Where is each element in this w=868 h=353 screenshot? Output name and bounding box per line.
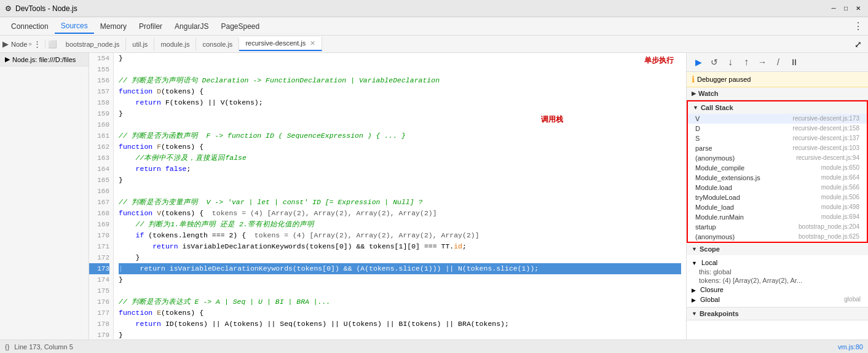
main-area: ▶ Node » ⋮ ⬜ bootstrap_node.js util.js m… — [0, 36, 868, 353]
code-line-164: return false; — [119, 164, 681, 175]
tab-bootstrap[interactable]: bootstrap_node.js — [60, 38, 126, 50]
minimize-button[interactable]: ─ — [829, 4, 838, 14]
status-icon: ℹ — [692, 74, 695, 84]
code-lines-area: } // 判断是否为声明语句 Declaration -> FunctionDe… — [114, 53, 686, 339]
code-line-156: // 判断是否为声明语句 Declaration -> FunctionDecl… — [119, 75, 681, 86]
call-item-1[interactable]: D recursive-descent.js:158 — [688, 124, 867, 133]
breakpoints-section: ▼ Breakpoints — [687, 307, 868, 320]
maximize-button[interactable]: □ — [841, 4, 851, 14]
scope-tokens-value: tokens: (4) [Array(2), Array(2), Ar... — [687, 276, 868, 285]
call-stack-header[interactable]: ▼ Call Stack — [688, 101, 867, 114]
tab-module[interactable]: module.js — [154, 38, 196, 50]
more-menu-button[interactable]: ⋮ — [853, 20, 863, 32]
menu-profiler[interactable]: Profiler — [133, 20, 168, 33]
status-position: Line 173, Column 5 — [14, 343, 73, 351]
call-item-3[interactable]: parse recursive-descent.js:103 — [688, 143, 867, 153]
pause-on-exception-button[interactable]: ⏸ — [787, 55, 801, 69]
code-line-170: if (tokens.length === 2) { tokens = (4) … — [119, 230, 681, 241]
call-item-10[interactable]: Module.runMain module.js:694 — [688, 212, 867, 222]
menu-memory[interactable]: Memory — [94, 20, 133, 33]
scope-global-group[interactable]: ▶ Global global — [687, 295, 868, 304]
debugger-scroll-area[interactable]: ▶ Watch ▼ Call Stack V recursive-descent… — [687, 87, 868, 339]
call-stack-section: ▼ Call Stack V recursive-descent.js:173 … — [687, 100, 868, 243]
tab-recursive[interactable]: recursive-descent.js ✕ — [239, 37, 322, 51]
menu-sources[interactable]: Sources — [55, 19, 94, 34]
scope-local-group[interactable]: ▼ Local — [687, 258, 868, 268]
watch-header[interactable]: ▶ Watch — [687, 87, 868, 100]
code-line-171: return isVariableDeclarationKeywords(tok… — [119, 241, 681, 252]
scope-label: Scope — [700, 245, 720, 253]
step-into-button[interactable]: ↓ — [724, 55, 737, 69]
tab-close-button[interactable]: ✕ — [310, 39, 315, 47]
file-tree-header: ▶ Node.js: file:///D:/files — [0, 53, 89, 66]
scope-local-label: Local — [701, 259, 717, 266]
format-icon[interactable]: {} — [5, 343, 9, 351]
status-bar: {} Line 173, Column 5 vm.js:80 — [0, 339, 868, 353]
expand-node-icon[interactable]: ▶ — [2, 39, 9, 49]
scope-global-value: global — [844, 296, 861, 303]
code-line-179: } — [119, 330, 681, 339]
scope-list: ▼ Local this: global tokens: (4) [Array(… — [687, 255, 868, 307]
code-line-176: // 判断是否为表达式 E -> A | Seq | U | BI | BRA … — [119, 296, 681, 307]
menu-angularjs[interactable]: AngularJS — [168, 20, 215, 33]
code-line-167: // 判断是否为变量声明 V -> 'var | let | const' ID… — [119, 197, 681, 208]
call-stack-list: V recursive-descent.js:173 D recursive-d… — [688, 114, 867, 242]
watch-label: Watch — [698, 90, 719, 97]
scope-global-arrow: ▶ — [692, 297, 696, 303]
step-button[interactable]: → — [756, 55, 769, 69]
code-line-162: function F(tokens) { — [119, 141, 681, 153]
call-item-11[interactable]: startup bootstrap_node.js:204 — [688, 222, 867, 232]
file-tree-icon: ▶ — [5, 55, 10, 63]
code-line-175 — [119, 285, 681, 296]
code-line-158: return F(tokens) || V(tokens); — [119, 97, 681, 108]
tab-console[interactable]: console.js — [196, 38, 239, 50]
scope-this-value: this: global — [687, 268, 868, 276]
code-line-174: } — [119, 274, 681, 285]
close-button[interactable]: ✕ — [853, 4, 863, 14]
node-section: ▶ Node » ⋮ — [2, 39, 45, 49]
call-item-5[interactable]: Module_compile module.js:650 — [688, 163, 867, 173]
menu-pagespeed[interactable]: PageSpeed — [215, 20, 266, 33]
call-item-4[interactable]: (anonymous) recursive-descent.js:94 — [688, 153, 867, 163]
tab-expand-button[interactable]: ⤢ — [851, 39, 866, 49]
file-tree-panel: ▶ Node.js: file:///D:/files — [0, 53, 89, 339]
code-line-168: function V(tokens) { tokens = (4) [Array… — [119, 208, 681, 219]
vm-link[interactable]: vm.js:80 — [838, 343, 863, 351]
tab-util[interactable]: util.js — [126, 38, 154, 50]
code-line-157: function D(tokens) { — [119, 86, 681, 97]
menu-connection[interactable]: Connection — [5, 20, 55, 33]
scope-local-arrow: ▼ — [692, 260, 697, 266]
tab-bar: ▶ Node » ⋮ ⬜ bootstrap_node.js util.js m… — [0, 36, 868, 53]
deactivate-button[interactable]: / — [771, 55, 785, 69]
call-item-2[interactable]: S recursive-descent.js:137 — [688, 133, 867, 143]
step-out-button[interactable]: ↑ — [740, 55, 753, 69]
scope-closure-group[interactable]: ▶ Closure — [687, 285, 868, 295]
call-item-6[interactable]: Module_extensions.js module.js:664 — [688, 173, 867, 183]
watch-arrow: ▶ — [692, 90, 696, 97]
debugger-panel: 单步执行 ▶ ↺ ↓ ↑ → / ⏸ ℹ Debugger paused — [686, 53, 868, 339]
resume-button[interactable]: ▶ — [692, 55, 705, 69]
node-kebab-icon[interactable]: ⋮ — [33, 39, 41, 49]
window-title: DevTools - Node.js — [15, 4, 77, 13]
code-line-154: } — [119, 53, 681, 64]
code-line-159: } — [119, 108, 681, 119]
debugger-status: ℹ Debugger paused — [687, 72, 868, 87]
node-more-icon[interactable]: » — [28, 41, 32, 47]
code-content: 154 155 156 157 158 159 160 161 162 163 … — [89, 53, 686, 339]
node-tab[interactable]: Node — [11, 41, 27, 48]
scope-closure-label: Closure — [700, 286, 724, 293]
call-item-7[interactable]: Module.load module.js:566 — [688, 183, 867, 192]
breakpoints-header[interactable]: ▼ Breakpoints — [687, 307, 868, 320]
step-over-button[interactable]: ↺ — [708, 55, 721, 69]
code-editor[interactable]: 单步执行 调用栈 154 155 156 157 158 159 160 161… — [89, 53, 686, 339]
call-item-12[interactable]: (anonymous) bootstrap_node.js:625 — [688, 232, 867, 242]
code-line-173: | return isVariableDeclarationKeywords(t… — [119, 263, 681, 274]
call-item-8[interactable]: tryModuleLoad module.js:506 — [688, 192, 867, 202]
code-line-178: return ID(tokens) || A(tokens) || Seq(to… — [119, 319, 681, 330]
devtools-icon: ⚙ — [5, 4, 12, 13]
call-item-9[interactable]: Module_load module.js:498 — [688, 202, 867, 212]
call-item-0[interactable]: V recursive-descent.js:173 — [688, 114, 867, 124]
status-right: vm.js:80 — [838, 343, 863, 351]
code-line-166 — [119, 186, 681, 197]
scope-header[interactable]: ▼ Scope — [687, 243, 868, 255]
